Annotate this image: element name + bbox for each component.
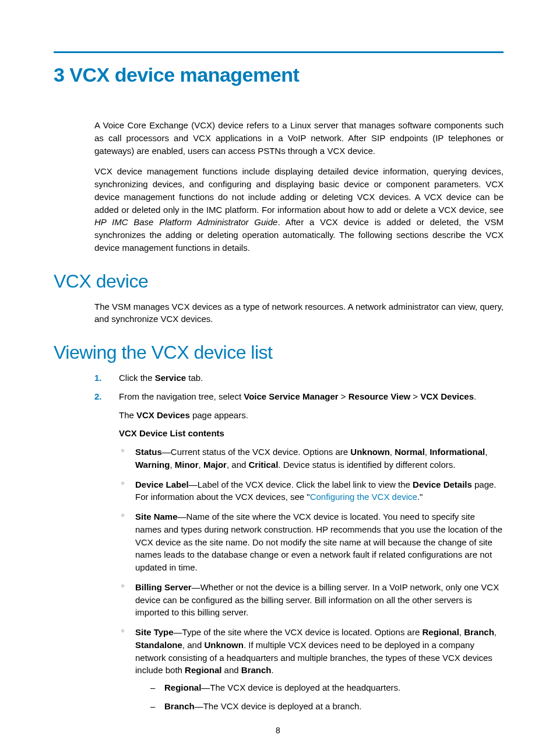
step-1: Click the Service tab. — [94, 372, 504, 384]
opt-minor: Minor — [175, 460, 199, 470]
bullet-status: Status—Current status of the VCX device.… — [119, 446, 504, 471]
opt-unknown: Unknown — [350, 447, 390, 457]
text: . Device status is identified by differe… — [278, 460, 455, 470]
text: Click the — [119, 373, 155, 383]
opt-standalone: Standalone — [135, 640, 182, 650]
sep: , — [459, 627, 464, 637]
vcx-device-paragraph: The VSM manages VCX devices as a type of… — [94, 300, 504, 326]
chapter-title: 3 VCX device management — [54, 64, 504, 86]
text: > — [410, 391, 420, 401]
text: —The VCX device is deployed at a branch. — [195, 701, 362, 711]
nav-vcx-devices: VCX Devices — [420, 391, 474, 401]
sep: , — [494, 627, 497, 637]
intro-block: A Voice Core Exchange (VCX) device refer… — [94, 119, 504, 254]
dash-branch: Branch—The VCX device is deployed at a b… — [150, 700, 504, 713]
opt-branch2: Branch — [241, 665, 272, 675]
sep: , — [390, 447, 395, 457]
viewing-list-body: Click the Service tab. From the navigati… — [94, 372, 504, 713]
sep: , — [199, 460, 203, 470]
opt-critical: Critical — [249, 460, 279, 470]
text: —Label of the VCX device. Click the labe… — [189, 480, 413, 489]
configuring-vcx-link[interactable]: Configuring the VCX device — [310, 492, 417, 502]
billing-server-label: Billing Server — [135, 582, 192, 592]
bullet-billing-server: Billing Server—Whether or not the device… — [119, 581, 504, 619]
sep: , — [170, 460, 174, 470]
page-number: 8 — [0, 726, 556, 735]
sep: , and — [227, 460, 249, 470]
bullet-device-label: Device Label—Label of the VCX device. Cl… — [119, 478, 504, 504]
site-type-label: Site Type — [135, 627, 174, 637]
vcx-device-body: The VSM manages VCX devices as a type of… — [94, 300, 504, 326]
text: —Name of the site where the VCX device i… — [135, 512, 502, 572]
opt-branch: Branch — [464, 627, 494, 637]
top-rule — [54, 51, 504, 53]
step-2: From the navigation tree, select Voice S… — [94, 390, 504, 713]
opt-normal: Normal — [395, 447, 425, 457]
text: and — [221, 665, 241, 675]
text: tab. — [186, 373, 203, 383]
opt-regional2: Regional — [185, 665, 221, 675]
text: page appears. — [190, 410, 248, 420]
list-contents-heading: VCX Device List contents — [119, 427, 504, 440]
text: > — [339, 391, 349, 401]
document-page: 3 VCX device management A Voice Core Exc… — [0, 0, 556, 756]
bullet-site-type: Site Type—Type of the site where the VCX… — [119, 626, 504, 713]
step-2-result: The VCX Devices page appears. — [119, 409, 504, 422]
text: From the navigation tree, select — [119, 391, 244, 401]
text: . — [271, 665, 273, 675]
opt-unknown2: Unknown — [204, 640, 244, 650]
branch-label: Branch — [164, 701, 195, 711]
service-tab-label: Service — [155, 373, 186, 383]
device-label-label: Device Label — [135, 480, 189, 489]
regional-label: Regional — [164, 682, 201, 692]
nav-voice-service-manager: Voice Service Manager — [244, 391, 338, 401]
status-label: Status — [135, 447, 162, 457]
text: —Current status of the VCX device. Optio… — [162, 447, 350, 457]
bullet-site-name: Site Name—Name of the site where the VCX… — [119, 510, 504, 574]
text: VCX device management functions include … — [94, 166, 504, 214]
section-viewing-list: Viewing the VCX device list — [54, 342, 504, 363]
text: —The VCX device is deployed at the headq… — [201, 682, 400, 692]
vcx-devices-page-label: VCX Devices — [136, 410, 190, 420]
text: —Type of the site where the VCX device i… — [174, 627, 423, 637]
text: . — [474, 391, 476, 401]
device-details-label: Device Details — [413, 480, 472, 489]
sep: , — [425, 447, 430, 457]
intro-paragraph-2: VCX device management functions include … — [94, 165, 504, 254]
steps-list: Click the Service tab. From the navigati… — [94, 372, 504, 713]
opt-warning: Warning — [135, 460, 170, 470]
opt-major: Major — [203, 460, 227, 470]
opt-regional: Regional — [422, 627, 459, 637]
section-vcx-device: VCX device — [54, 271, 504, 292]
nav-resource-view: Resource View — [349, 391, 410, 401]
intro-paragraph-1: A Voice Core Exchange (VCX) device refer… — [94, 119, 504, 157]
opt-informational: Informational — [430, 447, 485, 457]
sep: , — [485, 447, 487, 457]
sep: , and — [182, 640, 205, 650]
dash-regional: Regional—The VCX device is deployed at t… — [150, 681, 504, 694]
text: The — [119, 410, 136, 420]
site-name-label: Site Name — [135, 512, 178, 522]
reference-title: HP IMC Base Platform Administrator Guide — [94, 217, 277, 227]
dash-list: Regional—The VCX device is deployed at t… — [150, 681, 504, 713]
bullet-list: Status—Current status of the VCX device.… — [119, 446, 504, 713]
text: ." — [417, 492, 423, 502]
